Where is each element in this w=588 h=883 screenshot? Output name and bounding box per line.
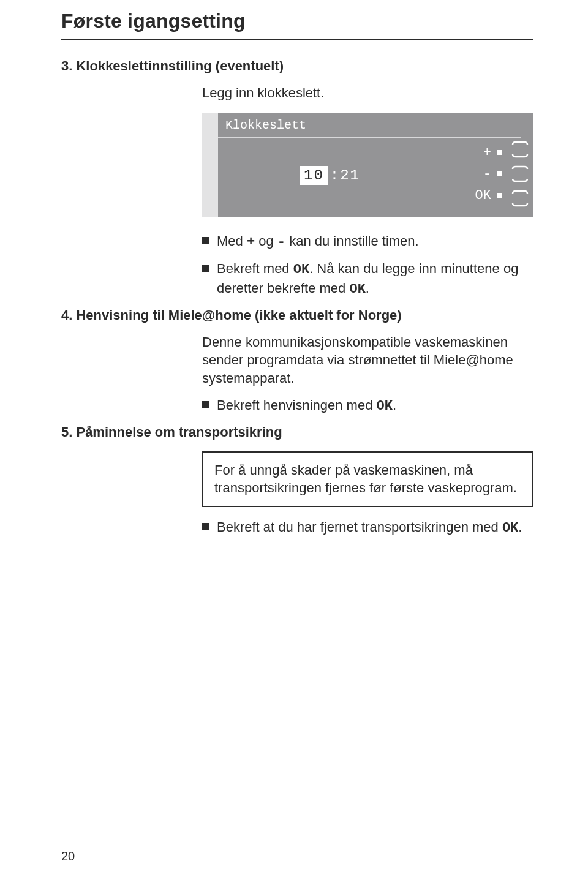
page-title: Første igangsetting xyxy=(61,10,533,32)
section3-bullet1: Med + og - kan du innstille timen. xyxy=(202,232,533,252)
ok-glyph: OK xyxy=(293,262,309,277)
section4-heading: 4. Henvisning til Miele@home (ikke aktue… xyxy=(61,307,533,323)
dot-icon xyxy=(497,150,502,155)
time-hour: 10 xyxy=(300,166,328,185)
panel-time: 10 :21 xyxy=(300,166,360,185)
side-brackets xyxy=(511,140,529,208)
dot-icon xyxy=(497,171,502,176)
minus-glyph: - xyxy=(277,235,285,250)
bullet-icon xyxy=(202,237,209,244)
plus-row: + xyxy=(475,145,502,160)
text: Bekreft henvisningen med xyxy=(217,397,377,413)
minus-label: - xyxy=(483,167,491,182)
section4-bullet: Bekreft henvisningen med OK. xyxy=(202,396,533,416)
bracket-icon xyxy=(511,140,529,159)
display-panel: Klokkeslett 10 :21 + - OK xyxy=(202,113,533,217)
text: og xyxy=(255,233,277,249)
panel-right-labels: + - OK xyxy=(475,145,502,203)
bullet-text: Bekreft med OK. Nå kan du legge inn minu… xyxy=(217,260,533,298)
plus-glyph: + xyxy=(247,235,255,250)
panel-header: Klokkeslett xyxy=(218,113,521,138)
minus-row: - xyxy=(475,167,502,182)
text: . xyxy=(393,397,396,413)
callout-text: For å unngå skader på vaskemaskinen, må … xyxy=(214,461,521,497)
section3-heading: 3. Klokkeslettinnstilling (eventuelt) xyxy=(61,58,533,74)
ok-glyph: OK xyxy=(502,520,518,536)
bullet-icon xyxy=(202,265,209,272)
text: kan du innstille timen. xyxy=(285,233,419,249)
bullet-icon xyxy=(202,401,209,408)
plus-label: + xyxy=(483,145,491,160)
text: . xyxy=(366,280,369,296)
section5-heading: 5. Påminnelse om transportsikring xyxy=(61,424,533,440)
section3-intro: Legg inn klokkeslett. xyxy=(202,84,533,102)
title-rule xyxy=(61,39,533,40)
bullet-text: Med + og - kan du innstille timen. xyxy=(217,232,419,252)
text: Bekreft med xyxy=(217,261,293,276)
panel-leftstrip xyxy=(202,113,218,217)
bullet-text: Bekreft henvisningen med OK. xyxy=(217,396,396,416)
ok-label: OK xyxy=(475,188,491,203)
section5-bullet: Bekreft at du har fjernet transportsikri… xyxy=(202,518,533,538)
bullet-text: Bekreft at du har fjernet transportsikri… xyxy=(217,518,522,538)
bracket-icon xyxy=(511,189,529,208)
ok-row: OK xyxy=(475,188,502,203)
text: Bekreft at du har fjernet transportsikri… xyxy=(217,519,502,535)
dot-icon xyxy=(497,193,502,198)
text: Med xyxy=(217,233,247,249)
section4-para: Denne kommunikasjonskompatible vaskemask… xyxy=(202,333,533,388)
callout-box: For å unngå skader på vaskemaskinen, må … xyxy=(202,451,533,507)
ok-glyph: OK xyxy=(349,282,365,297)
section3-bullet2: Bekreft med OK. Nå kan du legge inn minu… xyxy=(202,260,533,298)
bullet-icon xyxy=(202,523,209,530)
page-number: 20 xyxy=(61,849,75,863)
bracket-icon xyxy=(511,165,529,183)
text: . xyxy=(518,519,522,535)
ok-glyph: OK xyxy=(377,399,393,414)
time-minute: :21 xyxy=(330,167,360,184)
